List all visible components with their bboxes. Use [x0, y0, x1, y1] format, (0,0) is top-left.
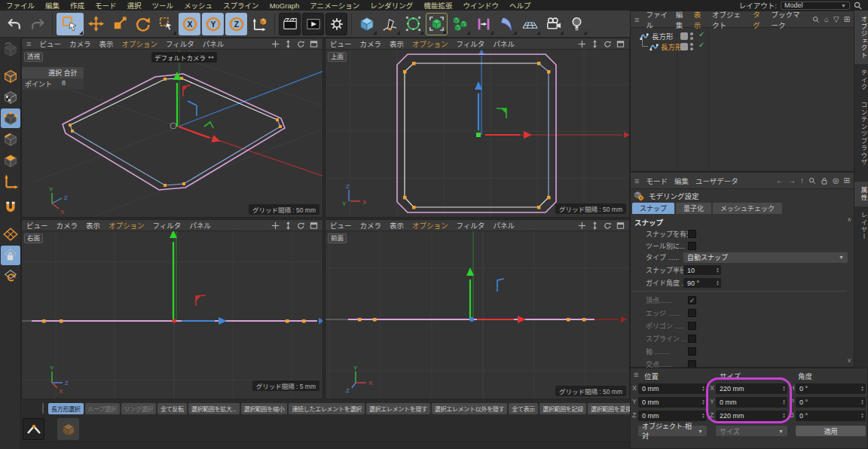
om-menu-file[interactable]: ファイル: [646, 9, 668, 30]
per-tool-checkbox[interactable]: [688, 242, 696, 250]
array-icon[interactable]: [449, 13, 471, 35]
guide-angle-input[interactable]: 90 °▲▼: [683, 278, 721, 288]
pan-view-icon[interactable]: [271, 221, 280, 230]
viewport-front-canvas[interactable]: 前面: [326, 231, 629, 399]
move-icon[interactable]: [85, 13, 107, 35]
om-menu-bookmarks[interactable]: ブックマーク: [772, 9, 805, 30]
maximize-view-icon[interactable]: [310, 221, 318, 230]
rotate-icon[interactable]: [132, 13, 154, 35]
rect-selection-icon[interactable]: [155, 13, 177, 35]
menu-create[interactable]: 作成: [70, 0, 84, 11]
om-menu-objects[interactable]: オブジェクト: [712, 9, 746, 30]
rotation-b-input[interactable]: 0 °▲▼: [796, 411, 866, 421]
polygon-mode-icon[interactable]: [1, 151, 20, 170]
hide-selected-button[interactable]: 選択エレメントを隠す: [366, 403, 430, 414]
menu-tools[interactable]: ツール: [152, 0, 174, 11]
search-icon[interactable]: [808, 177, 816, 185]
viewport-perspective-canvas[interactable]: 透視 デフォルトカメラ 選択 合計 ポイント8: [22, 50, 322, 217]
back-icon[interactable]: ←: [776, 176, 784, 185]
vp-menu-filter[interactable]: フィルタ: [166, 38, 194, 49]
redo-icon[interactable]: [26, 13, 48, 35]
vp-menu-filter[interactable]: フィルタ: [457, 220, 485, 231]
floor-icon[interactable]: [519, 13, 541, 35]
tab-layers[interactable]: レイヤー: [854, 206, 868, 246]
rectangle-selection-button[interactable]: 長方形選択: [48, 403, 84, 414]
vp-menu-camera[interactable]: カメラ: [57, 220, 78, 231]
am-menu-mode[interactable]: モード: [646, 176, 668, 186]
menu-spline[interactable]: スプライン: [223, 0, 259, 11]
spline-pen-icon[interactable]: [379, 13, 401, 35]
vertex-snap-checkbox[interactable]: [688, 296, 696, 304]
edge-mode-icon[interactable]: [1, 130, 20, 149]
enabled-check-icon[interactable]: ✓: [698, 41, 704, 49]
menu-animation[interactable]: アニメーション: [310, 0, 359, 11]
menu-extensions[interactable]: 機能拡張: [423, 0, 452, 11]
render-view-icon[interactable]: [279, 13, 301, 35]
ring-selection-button[interactable]: リング選択: [121, 403, 157, 414]
menu-edit[interactable]: 編集: [45, 0, 60, 11]
dolly-view-icon[interactable]: [284, 221, 292, 230]
rotate-view-icon[interactable]: [297, 221, 305, 230]
workplane-icon[interactable]: [1, 225, 20, 244]
vp-menu-panel[interactable]: パネル: [493, 38, 515, 49]
menu-select[interactable]: 選択: [127, 0, 142, 11]
vp-menu-camera[interactable]: カメラ: [69, 38, 91, 49]
texture-mode-icon[interactable]: [1, 87, 20, 107]
menu-help[interactable]: ヘルプ: [509, 0, 531, 11]
vp-menu-panel[interactable]: パネル: [493, 220, 515, 231]
tab-mesh-check[interactable]: メッシュチェック: [713, 203, 782, 214]
add-cube-icon[interactable]: [356, 13, 377, 35]
add-icon[interactable]: ⊞: [844, 176, 850, 185]
vp-menu-view[interactable]: ビュー: [330, 38, 352, 49]
vp-menu-filter[interactable]: フィルタ: [457, 38, 485, 49]
vp-menu-options[interactable]: オプション: [108, 220, 145, 231]
render-picture-viewer-icon[interactable]: [302, 13, 324, 35]
make-editable-icon[interactable]: [1, 40, 20, 60]
position-z-input[interactable]: 0 mm▲▼: [638, 411, 707, 421]
filter-icon[interactable]: ▽: [833, 15, 839, 23]
axis-y-lock-icon[interactable]: Y: [202, 13, 224, 35]
tab-snap[interactable]: スナップ: [632, 203, 674, 214]
am-menu-userdata[interactable]: ユーザデータ: [695, 176, 738, 186]
rotate-view-icon[interactable]: [604, 221, 612, 230]
visibility-dots[interactable]: [690, 32, 693, 40]
panel-menu-icon[interactable]: ≡: [634, 15, 639, 24]
tab-content-browser[interactable]: コンテンツブラウザ: [854, 96, 868, 172]
object-name[interactable]: 長方形: [652, 31, 674, 41]
vp-menu-view[interactable]: ビュー: [39, 38, 61, 49]
layer-toggle[interactable]: [680, 43, 688, 50]
scroll-up-icon[interactable]: ∧: [847, 216, 851, 223]
menu-window[interactable]: ウインドウ: [463, 0, 499, 11]
menu-mograph[interactable]: MoGraph: [270, 2, 300, 10]
vp-menu-display[interactable]: 表示: [99, 38, 113, 49]
coordinate-system-icon[interactable]: [249, 13, 270, 35]
vp-menu-camera[interactable]: カメラ: [360, 38, 382, 49]
polygon-snap-checkbox[interactable]: [688, 322, 696, 330]
dolly-view-icon[interactable]: [591, 40, 599, 48]
menu-mesh[interactable]: メッシュ: [184, 0, 212, 11]
om-menu-view[interactable]: 表示: [694, 9, 705, 30]
select-connected-button[interactable]: 連続したエレメントを選択: [289, 403, 364, 414]
position-x-input[interactable]: 0 mm▲▼: [638, 383, 707, 394]
rotate-view-icon[interactable]: [604, 40, 612, 48]
vp-menu-panel[interactable]: パネル: [189, 220, 211, 231]
render-settings-icon[interactable]: [326, 13, 347, 35]
pan-view-icon[interactable]: [578, 221, 586, 230]
lock-workplane-icon[interactable]: [1, 246, 20, 265]
axis-x-lock-icon[interactable]: X: [179, 13, 200, 35]
point-tool-thumbnail[interactable]: [23, 418, 44, 440]
rotate-view-icon[interactable]: [297, 40, 305, 48]
store-selection-button[interactable]: 選択範囲を記録: [539, 403, 586, 414]
tab-attributes[interactable]: 属性: [854, 182, 868, 206]
snap-enable-checkbox[interactable]: [688, 230, 696, 238]
viewport-right-canvas[interactable]: 右面: [22, 231, 322, 399]
om-menu-tags[interactable]: タグ: [753, 9, 764, 30]
size-x-input[interactable]: 220 mm▲▼: [716, 383, 787, 394]
enabled-check-icon[interactable]: ✓: [698, 30, 704, 38]
subdivision-surface-icon[interactable]: [402, 13, 424, 35]
vp-menu-view[interactable]: ビュー: [330, 220, 352, 231]
scale-icon[interactable]: [108, 13, 130, 35]
maximize-view-icon[interactable]: [616, 40, 625, 48]
tab-quantize[interactable]: 量子化: [676, 203, 711, 214]
am-menu-edit[interactable]: 編集: [674, 176, 689, 186]
